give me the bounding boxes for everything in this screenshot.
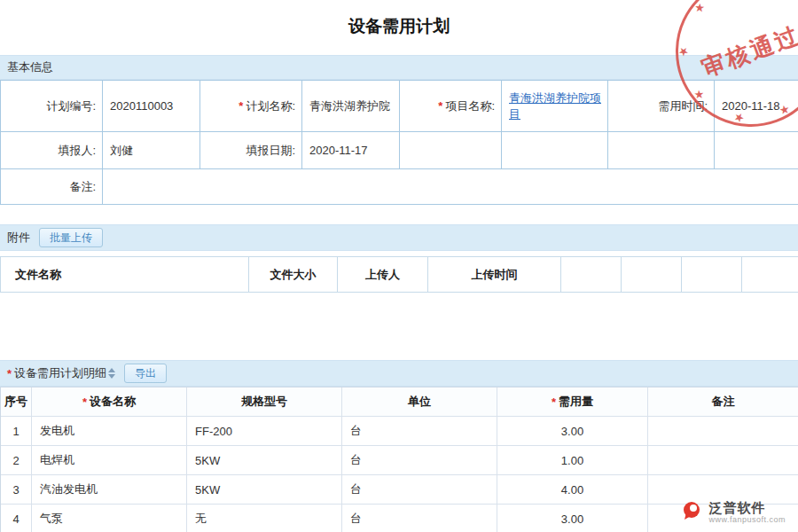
attach-col-filename: 文件名称 <box>1 257 249 293</box>
row-no: 4 <box>1 505 32 532</box>
plan-name-value-cell: 青海洪湖养护院 <box>302 81 400 132</box>
basic-info-header: 基本信息 <box>0 55 798 80</box>
report-date-value-cell: 2020-11-17 <box>302 132 400 169</box>
required-asterisk: * <box>239 99 243 113</box>
row-qty: 4.00 <box>497 475 648 505</box>
row-unit: 台 <box>342 505 497 532</box>
report-date-label-cell: 填报日期: <box>200 132 302 169</box>
basic-info-table: 计划编号: 2020110003 * 计划名称: 青海洪湖养护院 * 项目名称: <box>0 80 798 205</box>
required-asterisk: * <box>552 395 556 409</box>
attachments-header: 附件 批量上传 <box>0 224 798 251</box>
footer-brand: 泛普软件 <box>708 500 786 515</box>
row-no: 1 <box>1 417 32 446</box>
empty-cell <box>715 132 798 169</box>
sort-icon[interactable] <box>108 368 115 379</box>
basic-info-title: 基本信息 <box>7 59 53 75</box>
plan-name-label-cell: * 计划名称: <box>200 81 302 132</box>
row-model: 5KW <box>187 475 342 505</box>
empty-cell <box>400 132 502 169</box>
empty-cell <box>502 132 608 169</box>
row-qty: 3.00 <box>497 505 648 532</box>
row-no: 3 <box>1 475 32 505</box>
row-name: 电焊机 <box>32 446 187 475</box>
need-time-label: 需用时间: <box>658 98 708 114</box>
detail-header-bar: * 设备需用计划明细 导出 <box>0 360 798 387</box>
report-date-label: 填报日期: <box>246 143 295 159</box>
row-name: 气泵 <box>32 505 187 532</box>
attachments-table: 文件名称 文件大小 上传人 上传时间 <box>0 256 798 293</box>
plan-no-value-cell: 2020110003 <box>103 81 200 132</box>
col-remark: 备注 <box>648 387 798 417</box>
footer-url: www.fanpusoft.com <box>708 515 786 524</box>
attach-col-uploadtime: 上传时间 <box>428 257 561 293</box>
need-time-value-cell: 2020-11-18 <box>715 81 798 132</box>
attachments-table-wrap: 文件名称 文件大小 上传人 上传时间 <box>0 256 798 293</box>
page: 设备需用计划 ★ ★ ★ ★ ★ ★ ★ ★ ★ 审核通过 基本信息 计划编号: <box>0 0 798 532</box>
row-unit: 台 <box>342 417 497 446</box>
reporter-label: 填报人: <box>58 143 96 159</box>
plan-no-label: 计划编号: <box>46 98 96 114</box>
sort-down-icon <box>108 374 115 379</box>
attachments-section: 附件 批量上传 文件名称 文件大小 上传人 上传时间 <box>0 224 798 293</box>
attachments-title: 附件 <box>7 230 30 246</box>
attach-col-uploader: 上传人 <box>338 257 428 293</box>
row-name: 发电机 <box>32 417 187 446</box>
fanpu-logo-icon <box>681 500 702 525</box>
row-remark <box>648 446 798 475</box>
attach-col-filesize: 文件大小 <box>249 257 338 293</box>
col-name-label: 设备名称 <box>90 394 136 410</box>
need-time-value: 2020-11-18 <box>722 99 780 113</box>
reporter-value-cell: 刘健 <box>103 132 200 169</box>
col-qty-label: 需用量 <box>559 394 593 410</box>
page-title: 设备需用计划 <box>0 0 798 55</box>
export-button[interactable]: 导出 <box>124 364 167 383</box>
row-no: 2 <box>1 446 32 475</box>
required-asterisk: * <box>7 367 12 380</box>
col-no: 序号 <box>1 387 32 417</box>
remark-value-cell <box>103 169 798 205</box>
detail-section: * 设备需用计划明细 导出 序号 * 设备名称 规格型号 单位 * <box>0 360 798 532</box>
row-unit: 台 <box>342 475 497 505</box>
footer-logo: 泛普软件 www.fanpusoft.com <box>681 500 786 525</box>
empty-cell <box>622 257 682 293</box>
plan-no-value: 2020110003 <box>110 99 173 113</box>
sort-up-icon <box>108 368 115 372</box>
project-name-value-cell: 青海洪湖养护院项目 <box>502 81 608 132</box>
remark-label: 备注: <box>69 179 96 195</box>
plan-no-label-cell: 计划编号: <box>1 81 103 132</box>
empty-cell <box>682 257 742 293</box>
row-model: 5KW <box>187 446 342 475</box>
project-name-label-cell: * 项目名称: <box>400 81 502 132</box>
col-model: 规格型号 <box>187 387 342 417</box>
row-name: 汽油发电机 <box>32 475 187 505</box>
remark-label-cell: 备注: <box>1 169 103 205</box>
project-name-link[interactable]: 青海洪湖养护院项目 <box>509 90 607 121</box>
detail-title: 设备需用计划明细 <box>14 365 106 381</box>
project-name-label: 项目名称: <box>445 98 495 114</box>
row-model: FF-200 <box>187 417 342 446</box>
basic-info-section: 基本信息 计划编号: 2020110003 * 计划名称: 青海洪湖养护院 <box>0 55 798 205</box>
row-qty: 1.00 <box>497 446 648 475</box>
col-unit: 单位 <box>342 387 497 417</box>
plan-name-label: 计划名称: <box>246 98 295 114</box>
row-qty: 3.00 <box>497 417 648 446</box>
required-asterisk: * <box>82 395 87 409</box>
reporter-label-cell: 填报人: <box>1 132 103 169</box>
col-qty: * 需用量 <box>497 387 648 417</box>
batch-upload-button[interactable]: 批量上传 <box>39 228 103 247</box>
plan-name-value: 青海洪湖养护院 <box>309 98 390 114</box>
report-date-value: 2020-11-17 <box>309 144 368 157</box>
row-remark <box>648 417 798 446</box>
empty-cell <box>561 257 622 293</box>
row-unit: 台 <box>342 446 497 475</box>
detail-title-wrap: * 设备需用计划明细 <box>7 365 115 381</box>
empty-cell <box>742 257 798 293</box>
required-asterisk: * <box>438 99 442 113</box>
need-time-label-cell: 需用时间: <box>608 81 715 132</box>
detail-table: 序号 * 设备名称 规格型号 单位 * 需用量 备注 1 发电机 FF-200 … <box>0 387 798 532</box>
reporter-value: 刘健 <box>110 143 133 159</box>
empty-cell <box>608 132 715 169</box>
col-name: * 设备名称 <box>32 387 187 417</box>
row-model: 无 <box>187 505 342 532</box>
footer-logo-text: 泛普软件 www.fanpusoft.com <box>708 500 786 525</box>
